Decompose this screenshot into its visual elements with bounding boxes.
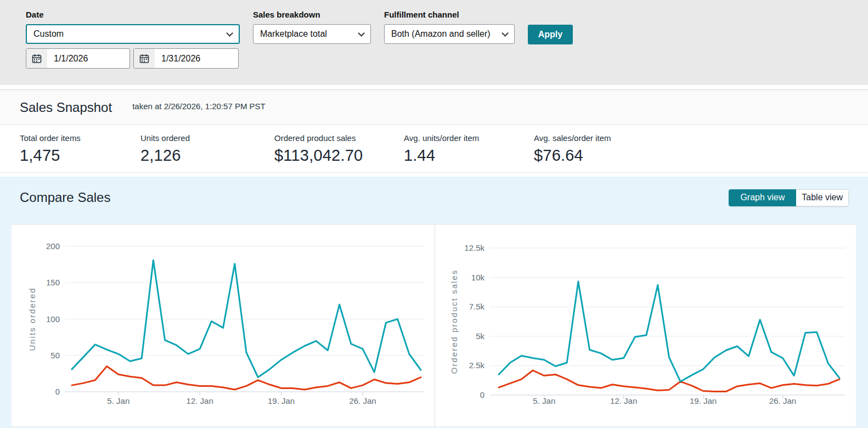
date-range-value: Custom	[33, 29, 64, 39]
svg-text:5. Jan: 5. Jan	[107, 396, 129, 406]
end-date-input[interactable]: 1/31/2026	[133, 48, 239, 69]
svg-text:19. Jan: 19. Jan	[268, 396, 295, 406]
svg-text:12. Jan: 12. Jan	[187, 396, 213, 406]
custom-date-row: 1/1/2026 1/31/2026	[26, 48, 240, 69]
svg-text:0: 0	[55, 387, 60, 396]
sales-breakdown-value: Marketplace total	[260, 29, 327, 39]
fulfillment-channel-select[interactable]: Both (Amazon and seller)	[384, 24, 515, 44]
units-ordered-svg: 0501001502005. Jan12. Jan19. Jan26. JanU…	[12, 225, 435, 427]
svg-text:Ordered product sales: Ordered product sales	[449, 269, 459, 374]
end-date-value: 1/31/2026	[155, 54, 200, 64]
ordered-product-sales-svg: 02.5k5k7.5k10k12.5k5. Jan12. Jan19. Jan2…	[435, 225, 856, 427]
chevron-down-icon	[501, 30, 509, 37]
metric-value: 1.44	[404, 147, 534, 165]
date-range-select[interactable]: Custom	[26, 24, 240, 44]
metric-value: 1,475	[20, 147, 140, 165]
metric-avg-sales-per-order-item: Avg. sales/order item $76.64	[534, 133, 611, 172]
svg-text:26. Jan: 26. Jan	[769, 396, 796, 406]
date-label: Date	[26, 10, 240, 19]
metric-ordered-product-sales: Ordered product sales $113,042.70	[274, 133, 404, 172]
sales-snapshot-header: Sales Snapshot taken at 2/26/2026, 1:20:…	[0, 89, 868, 125]
svg-text:Units ordered: Units ordered	[27, 287, 37, 351]
ordered-product-sales-chart: 02.5k5k7.5k10k12.5k5. Jan12. Jan19. Jan2…	[435, 225, 856, 426]
svg-text:0: 0	[480, 390, 484, 399]
start-date-value: 1/1/2026	[47, 54, 88, 64]
metric-total-order-items: Total order items 1,475	[20, 133, 140, 172]
filter-bar: Date Custom 1/1/2026	[0, 0, 868, 85]
chevron-down-icon	[226, 30, 233, 37]
apply-button[interactable]: Apply	[528, 25, 573, 44]
metric-label: Avg. sales/order item	[534, 133, 611, 143]
snapshot-timestamp: taken at 2/26/2026, 1:20:57 PM PST	[132, 102, 266, 111]
svg-text:19. Jan: 19. Jan	[690, 396, 717, 406]
view-toggle: Graph view Table view	[729, 189, 849, 206]
metric-value: 2,126	[140, 147, 274, 165]
metric-label: Total order items	[20, 133, 140, 143]
date-filter-group: Date Custom 1/1/2026	[26, 10, 240, 69]
compare-sales-title: Compare Sales	[20, 190, 110, 205]
metric-label: Avg. units/order item	[404, 133, 534, 143]
compare-sales-header: Compare Sales Graph view Table view	[0, 189, 868, 206]
metric-label: Units ordered	[140, 133, 274, 143]
metric-label: Ordered product sales	[274, 133, 404, 143]
svg-text:200: 200	[46, 241, 60, 251]
section-gap	[0, 85, 868, 89]
svg-text:7.5k: 7.5k	[469, 302, 485, 311]
svg-text:12. Jan: 12. Jan	[610, 396, 637, 406]
metric-value: $113,042.70	[274, 147, 404, 165]
chevron-down-icon	[358, 30, 365, 37]
compare-sales-section: Compare Sales Graph view Table view 0501…	[0, 177, 868, 428]
section-gap	[0, 173, 868, 177]
table-view-button[interactable]: Table view	[796, 189, 849, 206]
sales-breakdown-group: Sales breakdown Marketplace total	[253, 10, 371, 44]
graph-view-button[interactable]: Graph view	[729, 189, 796, 206]
sales-breakdown-label: Sales breakdown	[253, 10, 371, 19]
calendar-icon[interactable]	[134, 49, 155, 68]
fulfillment-channel-value: Both (Amazon and seller)	[391, 29, 491, 39]
fulfillment-channel-label: Fulfillment channel	[384, 10, 515, 19]
calendar-icon[interactable]	[26, 49, 47, 68]
svg-text:26. Jan: 26. Jan	[349, 396, 376, 406]
fulfillment-channel-group: Fulfillment channel Both (Amazon and sel…	[384, 10, 515, 44]
metric-units-ordered: Units ordered 2,126	[140, 133, 274, 172]
charts-panel: 0501001502005. Jan12. Jan19. Jan26. JanU…	[11, 224, 856, 427]
units-ordered-chart: 0501001502005. Jan12. Jan19. Jan26. JanU…	[12, 225, 435, 426]
metric-value: $76.64	[534, 147, 611, 165]
svg-text:2.5k: 2.5k	[469, 361, 485, 370]
sales-snapshot-title: Sales Snapshot	[20, 100, 112, 115]
svg-text:12.5k: 12.5k	[464, 243, 484, 252]
svg-text:50: 50	[50, 351, 60, 360]
svg-text:5k: 5k	[476, 331, 484, 341]
svg-text:150: 150	[46, 278, 60, 287]
snapshot-metrics-row: Total order items 1,475 Units ordered 2,…	[0, 125, 868, 173]
svg-text:100: 100	[46, 314, 60, 324]
svg-text:5. Jan: 5. Jan	[533, 396, 555, 406]
metric-avg-units-per-order-item: Avg. units/order item 1.44	[404, 133, 534, 172]
sales-breakdown-select[interactable]: Marketplace total	[253, 24, 371, 44]
start-date-input[interactable]: 1/1/2026	[26, 48, 130, 69]
svg-text:10k: 10k	[471, 273, 485, 282]
